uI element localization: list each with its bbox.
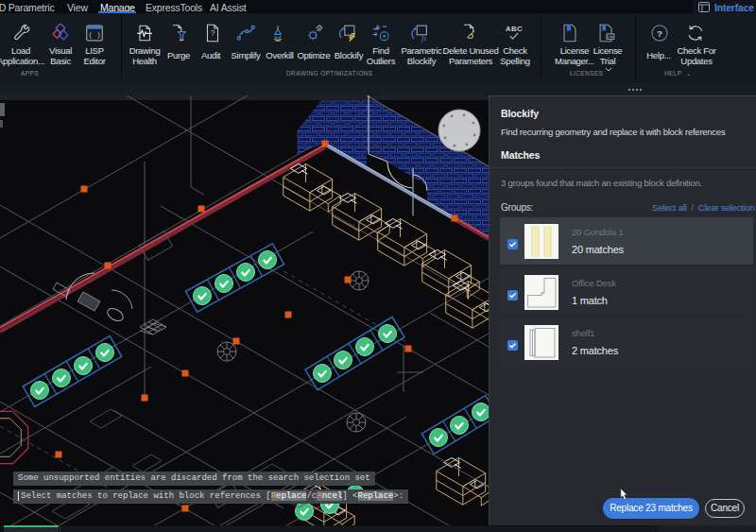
svg-text:fx: fx bbox=[421, 34, 427, 43]
svg-text:Lite: Lite bbox=[608, 34, 614, 39]
svg-text:( ): ( ) bbox=[88, 31, 100, 39]
svg-text:?: ? bbox=[211, 29, 215, 38]
svg-text:ABC: ABC bbox=[506, 25, 523, 33]
svg-text:?: ? bbox=[657, 28, 662, 39]
